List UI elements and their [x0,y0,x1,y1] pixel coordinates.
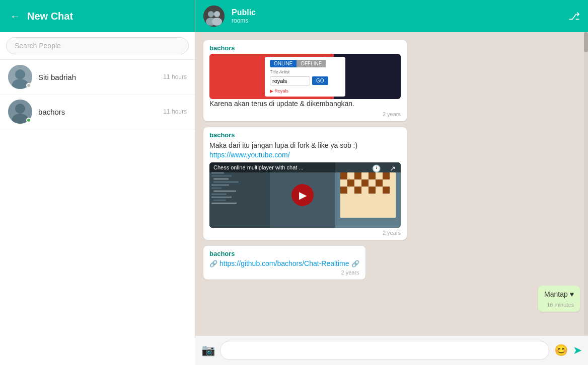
svg-rect-41 [354,187,361,194]
groups-icon [203,6,225,27]
sidebar: ← New Chat Siti badriah 11 hours [0,0,195,365]
contact-item[interactable]: bachors 11 hours [0,95,195,129]
contact-item[interactable]: Siti badriah 11 hours [0,60,195,95]
github-link[interactable]: https://github.com/bachors/Chat-Realtime [219,259,349,267]
svg-rect-26 [347,172,354,179]
contact-name: bachors [38,108,157,116]
message-time: 2 years [209,111,401,117]
chat-footer: 📷 😊 ➤ [195,335,588,365]
status-dot-online [26,118,31,123]
contact-time: 11 hours [163,108,187,115]
svg-rect-25 [340,172,347,179]
svg-rect-29 [369,172,376,179]
chess-video-thumbnail: Chess online multiplayer with chat ... 🕐… [209,162,401,228]
status-dot-offline [26,83,31,88]
link-icon: 🔗 [209,260,217,267]
chat-header: Public rooms ⎇ [195,0,588,32]
svg-rect-16 [211,185,229,186]
youtube-label: ▶ Royals [270,88,340,94]
scroll-thumb[interactable] [584,32,588,52]
message-link[interactable]: https://www.youtube.com/ [209,151,290,159]
svg-rect-37 [376,179,383,187]
play-button[interactable]: ▶ [291,184,314,206]
svg-rect-14 [213,178,229,179]
message-sender: bachors [209,250,359,257]
svg-point-1 [15,69,25,79]
app-ui-inner: ONLINE OFFLINE Title Artist GO ▶ Royals [265,57,345,97]
message-sender: bachors [209,131,401,139]
toggle-offline: OFFLINE [297,60,326,67]
go-button[interactable]: GO [312,76,328,85]
search-bar-container [0,32,195,60]
svg-rect-38 [383,179,390,187]
svg-rect-44 [376,187,383,194]
message-time: 2 years [209,230,401,236]
emoji-button[interactable]: 😊 [554,344,568,357]
svg-rect-34 [354,179,361,187]
svg-rect-39 [340,187,347,194]
svg-rect-31 [383,172,390,179]
svg-rect-27 [354,172,361,179]
svg-rect-32 [340,179,347,187]
scroll-track[interactable] [584,32,588,335]
own-message-text: Mantap ♥ [544,290,574,300]
git-icon[interactable]: ⎇ [568,10,580,22]
svg-rect-33 [347,179,354,187]
svg-rect-19 [211,194,227,195]
svg-rect-15 [213,181,239,182]
contact-list: Siti badriah 11 hours bachors 11 hours [0,60,195,365]
sidebar-title: New Chat [27,11,73,22]
svg-rect-13 [211,175,232,176]
svg-rect-18 [213,191,236,192]
svg-rect-45 [383,187,390,194]
chat-header-subtitle: rooms [232,17,561,24]
link-icon-2: 🔗 [351,260,359,267]
avatar-wrapper [8,65,32,89]
contact-info: Siti badriah [38,73,157,81]
message-input[interactable] [220,341,549,360]
message-time: 2 years [209,269,359,276]
share-icon: ↗ [390,164,396,172]
svg-rect-28 [361,172,369,179]
svg-rect-30 [376,172,383,179]
chat-header-avatar [203,6,225,27]
svg-point-10 [212,18,222,26]
search-input[interactable] [6,37,189,54]
svg-rect-40 [347,187,354,194]
message-bubble: bachors 🔗 https://github.com/bachors/Cha… [203,246,365,280]
toggle-online: ONLINE [270,60,297,67]
contact-name: Siti badriah [38,73,157,81]
contact-time: 11 hours [163,73,187,80]
chat-header-info: Public rooms [232,8,561,24]
svg-rect-22 [211,203,237,204]
message-bubble: bachors ONLINE OFFLINE Title Artist GO ▶… [203,40,407,121]
svg-rect-35 [361,179,369,187]
send-button[interactable]: ➤ [573,344,582,357]
input-row: GO [270,76,340,85]
toggle-bar: ONLINE OFFLINE [270,60,340,67]
clock-icon: 🕐 [372,164,381,172]
chat-header-name: Public [232,8,561,17]
back-button[interactable]: ← [10,11,20,22]
svg-point-4 [15,104,25,114]
input-label: Title Artist [270,69,340,74]
svg-rect-42 [361,187,369,194]
svg-rect-43 [369,187,376,194]
svg-rect-17 [211,188,222,189]
camera-button[interactable]: 📷 [201,344,215,357]
chat-area: Public rooms ⎇ bachors ONLINE OFFLINE Ti… [195,0,588,365]
chat-messages[interactable]: bachors ONLINE OFFLINE Title Artist GO ▶… [195,32,588,335]
message-text: Maka dari itu jangan lupa di fork & like… [209,141,401,151]
sidebar-header: ← New Chat [0,0,195,32]
own-message-bubble: Mantap ♥ 16 minutes [538,286,580,312]
svg-rect-12 [211,172,224,173]
message-bubble: bachors Maka dari itu jangan lupa di for… [203,127,407,240]
contact-info: bachors [38,108,157,116]
message-sender: bachors [209,44,401,52]
svg-point-9 [214,11,220,17]
message-text: Karena akan terus di update & dikembangk… [209,99,401,109]
title-artist-input[interactable] [270,76,310,85]
app-ui-media: ONLINE OFFLINE Title Artist GO ▶ Royals [209,54,401,99]
own-message-time: 16 minutes [544,302,574,308]
svg-point-7 [208,11,214,17]
